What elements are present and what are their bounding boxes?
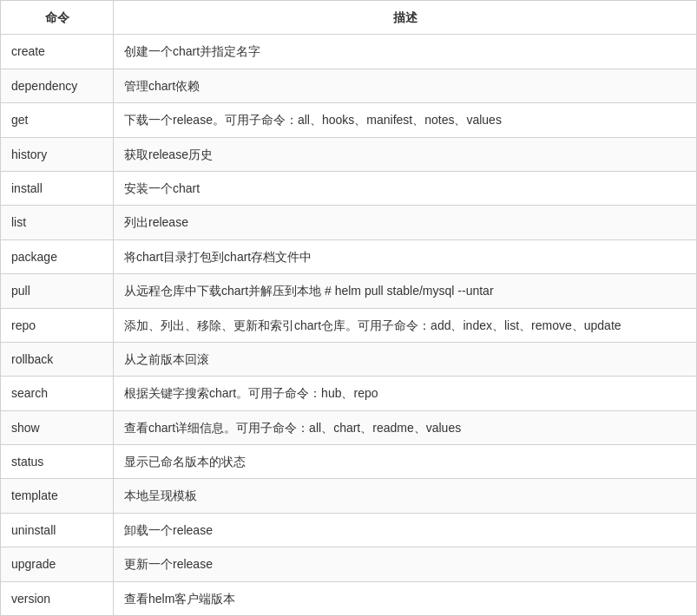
cell-description: 卸载一个release [114,513,697,547]
cell-command: version [1,581,114,615]
table-row: list列出release [1,206,697,239]
table-row: package将chart目录打包到chart存档文件中 [1,239,697,273]
cell-description: 从之前版本回滚 [114,342,697,376]
table-row: create创建一个chart并指定名字 [1,35,697,69]
cell-description: 列出release [114,206,697,239]
cell-command: repo [1,308,114,342]
commands-table: 命令 描述 create创建一个chart并指定名字dependency管理ch… [0,0,697,616]
cell-description: 根据关键字搜索chart。可用子命令：hub、repo [114,377,697,410]
cell-command: history [1,137,114,171]
cell-description: 管理chart依赖 [114,69,697,102]
cell-command: upgrade [1,547,114,581]
cell-description: 安装一个chart [114,171,697,205]
table-row: get下载一个release。可用子命令：all、hooks、manifest、… [1,103,697,137]
table-row: status显示已命名版本的状态 [1,445,697,479]
table-row: template本地呈现模板 [1,479,697,513]
table-row: history获取release历史 [1,137,697,171]
cell-command: search [1,377,114,410]
main-container: 命令 描述 create创建一个chart并指定名字dependency管理ch… [0,0,697,616]
cell-description: 获取release历史 [114,137,697,171]
table-row: version查看helm客户端版本 [1,581,697,615]
cell-command: create [1,35,114,69]
cell-command: pull [1,274,114,308]
table-row: pull从远程仓库中下载chart并解压到本地 # helm pull stab… [1,274,697,308]
cell-description: 本地呈现模板 [114,479,697,513]
cell-command: uninstall [1,513,114,547]
cell-command: status [1,445,114,479]
cell-description: 显示已命名版本的状态 [114,445,697,479]
table-row: show查看chart详细信息。可用子命令：all、chart、readme、v… [1,410,697,444]
table-header-row: 命令 描述 [1,1,697,35]
table-row: search根据关键字搜索chart。可用子命令：hub、repo [1,377,697,410]
cell-description: 将chart目录打包到chart存档文件中 [114,239,697,273]
table-row: rollback从之前版本回滚 [1,342,697,376]
cell-description: 查看helm客户端版本 [114,581,697,615]
cell-command: dependency [1,69,114,102]
cell-description: 创建一个chart并指定名字 [114,35,697,69]
cell-description: 查看chart详细信息。可用子命令：all、chart、readme、value… [114,410,697,444]
table-row: upgrade更新一个release [1,547,697,581]
cell-command: get [1,103,114,137]
cell-command: rollback [1,342,114,376]
cell-command: package [1,239,114,273]
cell-command: show [1,410,114,444]
header-command: 命令 [1,1,114,35]
table-row: repo添加、列出、移除、更新和索引chart仓库。可用子命令：add、inde… [1,308,697,342]
cell-description: 下载一个release。可用子命令：all、hooks、manifest、not… [114,103,697,137]
cell-command: install [1,171,114,205]
cell-command: list [1,206,114,239]
table-row: dependency管理chart依赖 [1,69,697,102]
header-description: 描述 [114,1,697,35]
table-row: uninstall卸载一个release [1,513,697,547]
cell-description: 从远程仓库中下载chart并解压到本地 # helm pull stable/m… [114,274,697,308]
cell-description: 更新一个release [114,547,697,581]
cell-description: 添加、列出、移除、更新和索引chart仓库。可用子命令：add、index、li… [114,308,697,342]
cell-command: template [1,479,114,513]
table-row: install安装一个chart [1,171,697,205]
